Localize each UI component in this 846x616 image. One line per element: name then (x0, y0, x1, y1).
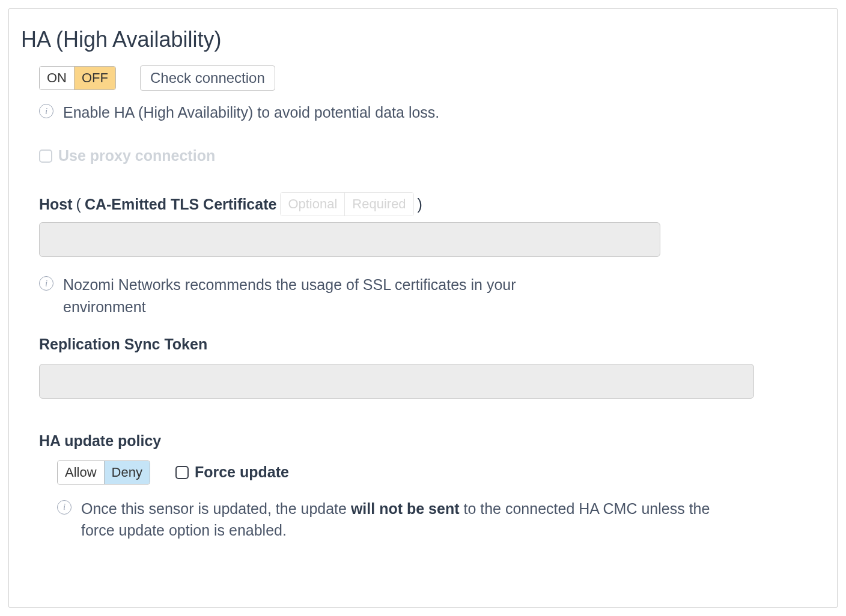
policy-allow-button[interactable]: Allow (58, 461, 104, 484)
ha-settings-panel: HA (High Availability) ON OFF Check conn… (8, 8, 838, 608)
cert-toggle: Optional Required (280, 192, 413, 216)
policy-row: Allow Deny Force update (57, 460, 825, 485)
host-label-row: Host (CA-Emitted TLS Certificate Optiona… (39, 192, 825, 216)
cert-required-button: Required (344, 193, 413, 216)
replication-token-input[interactable] (40, 364, 753, 398)
ha-info-row: i Enable HA (High Availability) to avoid… (39, 101, 825, 123)
proxy-checkbox (39, 149, 52, 163)
policy-info-row: i Once this sensor is updated, the updat… (57, 498, 825, 542)
info-icon: i (57, 500, 72, 515)
replication-label: Replication Sync Token (39, 336, 825, 353)
ha-on-off-toggle: ON OFF (39, 66, 116, 90)
host-label: Host (39, 196, 73, 213)
proxy-row: Use proxy connection (39, 147, 825, 165)
policy-toggle: Allow Deny (57, 460, 150, 485)
host-info-row: i Nozomi Networks recommends the usage o… (39, 274, 825, 318)
ha-toggle-row: ON OFF Check connection (39, 65, 825, 91)
policy-hint-text: Once this sensor is updated, the update … (81, 498, 712, 542)
info-icon: i (39, 104, 53, 118)
ha-hint-text: Enable HA (High Availability) to avoid p… (63, 101, 439, 123)
policy-deny-button[interactable]: Deny (104, 461, 150, 484)
host-input[interactable] (40, 223, 660, 256)
replication-input-wrapper (39, 364, 754, 399)
cert-optional-button: Optional (281, 193, 344, 216)
force-update-checkbox[interactable] (175, 466, 189, 479)
ha-on-button[interactable]: ON (40, 67, 74, 89)
proxy-label: Use proxy connection (58, 147, 215, 165)
policy-label: HA update policy (39, 432, 825, 450)
host-hint-text: Nozomi Networks recommends the usage of … (63, 274, 562, 318)
page-title: HA (High Availability) (21, 27, 825, 52)
check-connection-button[interactable]: Check connection (140, 65, 275, 91)
info-icon: i (39, 276, 53, 291)
force-update-label: Force update (195, 464, 289, 481)
ha-off-button[interactable]: OFF (74, 67, 115, 89)
host-input-wrapper (39, 222, 660, 257)
force-update-wrap: Force update (175, 464, 289, 481)
cert-label: CA-Emitted TLS Certificate (85, 196, 276, 213)
